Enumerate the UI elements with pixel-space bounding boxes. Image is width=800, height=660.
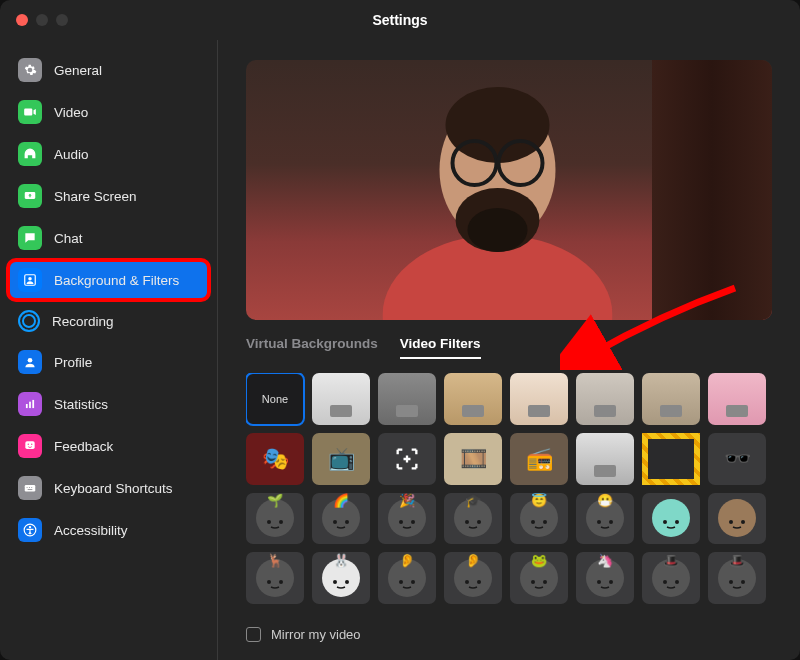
filter-tile[interactable] [708, 493, 766, 545]
sidebar-item-label: Accessibility [54, 523, 128, 538]
svg-point-3 [28, 358, 33, 363]
sidebar-item-audio[interactable]: Audio [8, 134, 209, 174]
traffic-lights [16, 14, 68, 26]
svg-rect-6 [32, 400, 34, 408]
sidebar-item-chat[interactable]: Chat [8, 218, 209, 258]
svg-rect-5 [29, 402, 31, 408]
sidebar-item-label: Audio [54, 147, 89, 162]
sidebar-item-general[interactable]: General [8, 50, 209, 90]
filter-tile[interactable] [510, 373, 568, 425]
filter-tile[interactable] [642, 433, 700, 485]
svg-point-35 [597, 520, 601, 524]
sidebar-item-label: Recording [52, 314, 114, 329]
filter-tile[interactable]: 🎞️ [444, 433, 502, 485]
filter-tile[interactable]: 🎉 [378, 493, 436, 545]
filter-tile[interactable]: 🕶️ [708, 433, 766, 485]
sidebar-item-background-filters[interactable]: Background & Filters [8, 260, 209, 300]
filter-tile[interactable] [642, 373, 700, 425]
sidebar-item-share-screen[interactable]: Share Screen [8, 176, 209, 216]
sidebar-item-label: Feedback [54, 439, 113, 454]
svg-point-30 [411, 520, 415, 524]
keyboard-icon [18, 476, 42, 500]
minimize-window-button[interactable] [36, 14, 48, 26]
filter-tile[interactable]: None [246, 373, 304, 425]
sidebar-item-keyboard-shortcuts[interactable]: Keyboard Shortcuts [8, 468, 209, 508]
svg-point-42 [279, 580, 283, 584]
feedback-icon [18, 434, 42, 458]
sidebar-item-recording[interactable]: Recording [8, 302, 209, 340]
filter-tile[interactable] [708, 373, 766, 425]
gear-icon [18, 58, 42, 82]
statistics-icon [18, 392, 42, 416]
svg-point-28 [345, 520, 349, 524]
filter-tile[interactable]: 🎩 [642, 552, 700, 604]
filter-tile[interactable] [378, 433, 436, 485]
svg-point-2 [28, 277, 32, 281]
main-panel: Virtual Backgrounds Video Filters None🎭📺… [218, 40, 800, 660]
svg-point-31 [465, 520, 469, 524]
filter-tile[interactable]: 🌱 [246, 493, 304, 545]
filter-tile[interactable]: 🐰 [312, 552, 370, 604]
sidebar-item-label: Video [54, 105, 88, 120]
filter-tile[interactable] [312, 373, 370, 425]
chat-icon [18, 226, 42, 250]
svg-point-25 [267, 520, 271, 524]
maximize-window-button[interactable] [56, 14, 68, 26]
close-window-button[interactable] [16, 14, 28, 26]
filter-tile[interactable]: 😷 [576, 493, 634, 545]
svg-point-21 [468, 208, 528, 252]
svg-point-44 [345, 580, 349, 584]
svg-point-56 [741, 580, 745, 584]
sidebar-item-profile[interactable]: Profile [8, 342, 209, 382]
headphones-icon [18, 142, 42, 166]
filter-tile[interactable] [378, 373, 436, 425]
filter-tile[interactable]: 🌈 [312, 493, 370, 545]
share-screen-icon [18, 184, 42, 208]
svg-point-45 [399, 580, 403, 584]
filters-grid: None🎭📺🎞️📻🕶️🌱🌈🎉🎓😇😷🦌🐰👂👂🐸🦄🎩🎩 [246, 373, 766, 604]
sidebar-item-video[interactable]: Video [8, 92, 209, 132]
svg-point-52 [609, 580, 613, 584]
tab-video-filters[interactable]: Video Filters [400, 336, 481, 359]
svg-point-8 [28, 444, 29, 445]
window-body: General Video Audio Share [0, 40, 800, 660]
filter-tile[interactable]: 👂 [378, 552, 436, 604]
filter-tile[interactable]: 🎭 [246, 433, 304, 485]
filter-tile[interactable]: 😇 [510, 493, 568, 545]
svg-point-26 [279, 520, 283, 524]
filter-tile[interactable] [642, 493, 700, 545]
filter-tile[interactable]: 🐸 [510, 552, 568, 604]
filter-tile[interactable]: 🦌 [246, 552, 304, 604]
settings-window: Settings General Video [0, 0, 800, 660]
svg-point-43 [333, 580, 337, 584]
sidebar-item-statistics[interactable]: Statistics [8, 384, 209, 424]
sidebar-item-feedback[interactable]: Feedback [8, 426, 209, 466]
filter-tile[interactable]: 🦄 [576, 552, 634, 604]
sidebar-item-accessibility[interactable]: Accessibility [8, 510, 209, 550]
filter-tile[interactable] [576, 433, 634, 485]
filter-tile[interactable] [444, 373, 502, 425]
mirror-video-checkbox[interactable] [246, 627, 261, 642]
svg-point-49 [531, 580, 535, 584]
svg-point-40 [741, 520, 745, 524]
profile-icon [18, 350, 42, 374]
sidebar-item-label: Keyboard Shortcuts [54, 481, 173, 496]
svg-point-34 [543, 520, 547, 524]
svg-point-53 [663, 580, 667, 584]
filter-tile[interactable] [576, 373, 634, 425]
svg-point-27 [333, 520, 337, 524]
svg-point-46 [411, 580, 415, 584]
filter-tile[interactable]: 👂 [444, 552, 502, 604]
filter-tile[interactable]: 📺 [312, 433, 370, 485]
filters-scroll-area[interactable]: None🎭📺🎞️📻🕶️🌱🌈🎉🎓😇😷🦌🐰👂👂🐸🦄🎩🎩 [246, 373, 772, 613]
titlebar: Settings [0, 0, 800, 40]
svg-point-55 [729, 580, 733, 584]
sidebar-item-label: General [54, 63, 102, 78]
sidebar: General Video Audio Share [0, 40, 218, 660]
person-frame-icon [18, 268, 42, 292]
tab-virtual-backgrounds[interactable]: Virtual Backgrounds [246, 336, 378, 359]
filter-tile[interactable]: 🎩 [708, 552, 766, 604]
filter-tile[interactable]: 📻 [510, 433, 568, 485]
filter-tile[interactable]: 🎓 [444, 493, 502, 545]
svg-point-11 [27, 487, 28, 488]
